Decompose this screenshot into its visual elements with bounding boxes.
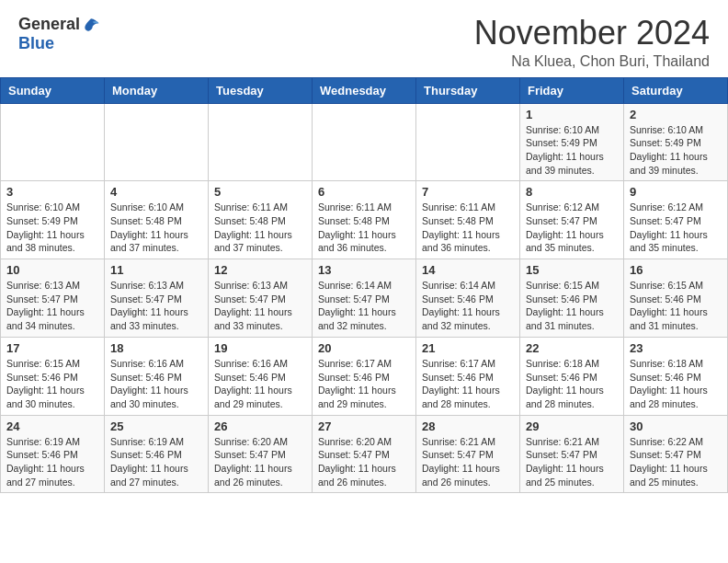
day-cell (416, 103, 520, 181)
day-cell: 27Sunrise: 6:20 AM Sunset: 5:47 PM Dayli… (313, 415, 416, 493)
day-info: Sunrise: 6:14 AM Sunset: 5:46 PM Dayligh… (422, 279, 514, 333)
day-number: 1 (526, 108, 618, 121)
col-wednesday: Wednesday (313, 77, 416, 103)
day-number: 26 (214, 419, 306, 433)
day-cell: 8Sunrise: 6:12 AM Sunset: 5:47 PM Daylig… (520, 181, 624, 259)
day-number: 28 (422, 419, 514, 433)
day-cell: 3Sunrise: 6:10 AM Sunset: 5:49 PM Daylig… (1, 181, 105, 259)
day-info: Sunrise: 6:21 AM Sunset: 5:47 PM Dayligh… (526, 435, 618, 489)
day-info: Sunrise: 6:18 AM Sunset: 5:46 PM Dayligh… (630, 357, 722, 411)
week-row-5: 24Sunrise: 6:19 AM Sunset: 5:46 PM Dayli… (1, 415, 728, 493)
day-info: Sunrise: 6:13 AM Sunset: 5:47 PM Dayligh… (214, 279, 306, 333)
logo-bird-icon (82, 16, 100, 34)
day-cell (105, 103, 209, 181)
day-info: Sunrise: 6:17 AM Sunset: 5:46 PM Dayligh… (318, 357, 410, 411)
day-cell: 28Sunrise: 6:21 AM Sunset: 5:47 PM Dayli… (416, 415, 520, 493)
day-info: Sunrise: 6:17 AM Sunset: 5:46 PM Dayligh… (422, 357, 514, 411)
day-info: Sunrise: 6:20 AM Sunset: 5:47 PM Dayligh… (214, 435, 306, 489)
day-number: 16 (630, 263, 722, 277)
week-row-3: 10Sunrise: 6:13 AM Sunset: 5:47 PM Dayli… (1, 259, 728, 338)
col-thursday: Thursday (416, 77, 520, 103)
day-number: 29 (526, 419, 618, 433)
day-cell: 4Sunrise: 6:10 AM Sunset: 5:48 PM Daylig… (105, 181, 209, 259)
day-cell: 17Sunrise: 6:15 AM Sunset: 5:46 PM Dayli… (1, 337, 105, 415)
day-info: Sunrise: 6:11 AM Sunset: 5:48 PM Dayligh… (422, 201, 514, 255)
day-cell: 30Sunrise: 6:22 AM Sunset: 5:47 PM Dayli… (624, 415, 728, 493)
day-cell: 26Sunrise: 6:20 AM Sunset: 5:47 PM Dayli… (209, 415, 313, 493)
day-cell: 19Sunrise: 6:16 AM Sunset: 5:46 PM Dayli… (209, 337, 313, 415)
day-cell: 7Sunrise: 6:11 AM Sunset: 5:48 PM Daylig… (416, 181, 520, 259)
day-number: 6 (318, 185, 410, 199)
day-number: 27 (318, 419, 410, 433)
logo-blue-text: Blue (18, 34, 54, 53)
day-number: 30 (630, 419, 722, 433)
day-info: Sunrise: 6:11 AM Sunset: 5:48 PM Dayligh… (214, 201, 306, 255)
day-cell: 1Sunrise: 6:10 AM Sunset: 5:49 PM Daylig… (520, 103, 624, 181)
day-info: Sunrise: 6:21 AM Sunset: 5:47 PM Dayligh… (422, 435, 514, 489)
day-cell: 18Sunrise: 6:16 AM Sunset: 5:46 PM Dayli… (105, 337, 209, 415)
day-info: Sunrise: 6:20 AM Sunset: 5:47 PM Dayligh… (318, 435, 410, 489)
day-number: 4 (110, 185, 202, 199)
col-saturday: Saturday (624, 77, 728, 103)
day-cell: 11Sunrise: 6:13 AM Sunset: 5:47 PM Dayli… (105, 259, 209, 338)
day-cell: 12Sunrise: 6:13 AM Sunset: 5:47 PM Dayli… (209, 259, 313, 338)
day-number: 2 (630, 108, 722, 121)
day-cell: 16Sunrise: 6:15 AM Sunset: 5:46 PM Dayli… (624, 259, 728, 338)
day-info: Sunrise: 6:14 AM Sunset: 5:47 PM Dayligh… (318, 279, 410, 333)
col-tuesday: Tuesday (209, 77, 313, 103)
day-number: 3 (6, 185, 98, 199)
day-info: Sunrise: 6:18 AM Sunset: 5:46 PM Dayligh… (526, 357, 618, 411)
day-info: Sunrise: 6:13 AM Sunset: 5:47 PM Dayligh… (6, 279, 98, 333)
day-number: 25 (110, 419, 202, 433)
day-number: 8 (526, 185, 618, 199)
day-info: Sunrise: 6:19 AM Sunset: 5:46 PM Dayligh… (110, 435, 202, 489)
day-info: Sunrise: 6:22 AM Sunset: 5:47 PM Dayligh… (630, 435, 722, 489)
col-friday: Friday (520, 77, 624, 103)
week-row-2: 3Sunrise: 6:10 AM Sunset: 5:49 PM Daylig… (1, 181, 728, 259)
day-cell: 5Sunrise: 6:11 AM Sunset: 5:48 PM Daylig… (209, 181, 313, 259)
day-info: Sunrise: 6:12 AM Sunset: 5:47 PM Dayligh… (630, 201, 722, 255)
day-cell (1, 103, 105, 181)
day-info: Sunrise: 6:10 AM Sunset: 5:49 PM Dayligh… (6, 201, 98, 255)
day-info: Sunrise: 6:10 AM Sunset: 5:49 PM Dayligh… (630, 123, 722, 178)
day-cell: 6Sunrise: 6:11 AM Sunset: 5:48 PM Daylig… (313, 181, 416, 259)
location-text: Na Kluea, Chon Buri, Thailand (474, 53, 710, 70)
col-monday: Monday (105, 77, 209, 103)
day-info: Sunrise: 6:16 AM Sunset: 5:46 PM Dayligh… (110, 357, 202, 411)
calendar-header-row: Sunday Monday Tuesday Wednesday Thursday… (1, 77, 728, 103)
day-info: Sunrise: 6:15 AM Sunset: 5:46 PM Dayligh… (526, 279, 618, 333)
day-number: 11 (110, 263, 202, 277)
logo-general-text: General (18, 15, 80, 34)
day-cell: 22Sunrise: 6:18 AM Sunset: 5:46 PM Dayli… (520, 337, 624, 415)
week-row-4: 17Sunrise: 6:15 AM Sunset: 5:46 PM Dayli… (1, 337, 728, 415)
day-info: Sunrise: 6:11 AM Sunset: 5:48 PM Dayligh… (318, 201, 410, 255)
page: General Blue November 2024 Na Kluea, Cho… (0, 0, 728, 493)
day-cell: 21Sunrise: 6:17 AM Sunset: 5:46 PM Dayli… (416, 337, 520, 415)
col-sunday: Sunday (1, 77, 105, 103)
day-number: 17 (6, 341, 98, 355)
day-info: Sunrise: 6:15 AM Sunset: 5:46 PM Dayligh… (6, 357, 98, 411)
day-info: Sunrise: 6:13 AM Sunset: 5:47 PM Dayligh… (110, 279, 202, 333)
day-info: Sunrise: 6:15 AM Sunset: 5:46 PM Dayligh… (630, 279, 722, 333)
day-number: 10 (6, 263, 98, 277)
calendar-table: Sunday Monday Tuesday Wednesday Thursday… (0, 77, 728, 494)
month-title: November 2024 (474, 15, 710, 52)
day-cell: 23Sunrise: 6:18 AM Sunset: 5:46 PM Dayli… (624, 337, 728, 415)
day-cell: 20Sunrise: 6:17 AM Sunset: 5:46 PM Dayli… (313, 337, 416, 415)
day-info: Sunrise: 6:10 AM Sunset: 5:48 PM Dayligh… (110, 201, 202, 255)
day-cell (209, 103, 313, 181)
day-number: 22 (526, 341, 618, 355)
day-number: 13 (318, 263, 410, 277)
day-number: 23 (630, 341, 722, 355)
day-info: Sunrise: 6:19 AM Sunset: 5:46 PM Dayligh… (6, 435, 98, 489)
day-number: 20 (318, 341, 410, 355)
day-info: Sunrise: 6:12 AM Sunset: 5:47 PM Dayligh… (526, 201, 618, 255)
day-number: 12 (214, 263, 306, 277)
title-area: November 2024 Na Kluea, Chon Buri, Thail… (474, 15, 710, 70)
day-number: 15 (526, 263, 618, 277)
day-cell: 25Sunrise: 6:19 AM Sunset: 5:46 PM Dayli… (105, 415, 209, 493)
day-number: 18 (110, 341, 202, 355)
header: General Blue November 2024 Na Kluea, Cho… (0, 0, 728, 77)
day-number: 14 (422, 263, 514, 277)
day-number: 7 (422, 185, 514, 199)
